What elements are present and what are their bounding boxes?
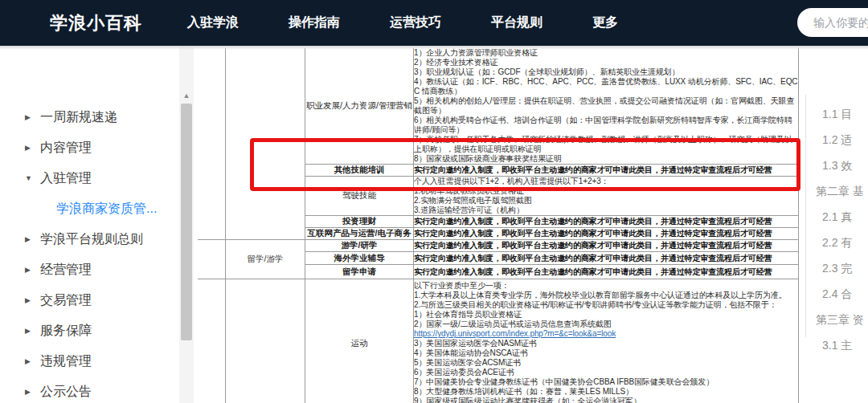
table-cell-category: 职业发展/人力资源/管理营销 [305,48,414,165]
toc-section[interactable]: 3.1 主 [806,337,868,353]
sidebar-subitem[interactable]: 学浪商家资质管... [0,193,179,224]
requirement-line: 5）美国运动医学会ACSM证书 [414,358,798,368]
sidebar-item-label: 入驻管理 [40,170,92,187]
requirement-line: 实行定向邀约准入制度，即收到平台主动邀约的商家才可申请此类目，并通过特定审查流程… [414,229,798,238]
requirement-line: 实行定向邀约准入制度，即收到平台主动邀约的商家才可申请此类目，并通过特定审查流程… [414,254,798,263]
sidebar-item[interactable]: ▶违规管理 [0,346,179,377]
requirement-line: https://ydydj.univsport.com/index.php?m=… [414,329,798,339]
table-cell-category: 游学/研学 [305,240,414,252]
requirement-line: 6）相关机构受聘合作证书、培训合作证明（如：中国管理科学院创新研究所特聘智库专家… [414,116,798,135]
requirement-line: 2.实物满分驾照或电子版驾照截图 [414,196,798,206]
requirement-line: 3.道路运输经营许可证（机构） [414,206,798,215]
nav-item[interactable]: 平台规则 [491,14,542,31]
chevron-right-icon[interactable]: ▶ [25,144,40,152]
table-cell-requirements: 个人入驻需提供以下1+2，机构入驻需提供以下1+2+3：1.机动车驾驶教练员职业… [414,177,799,216]
search-box[interactable] [797,8,868,37]
chevron-right-icon[interactable]: ▶ [25,388,40,396]
toc-section[interactable]: 1.1 目 [806,106,868,122]
requirement-line: 实行定向邀约准入制度，即收到平台主动邀约的商家才可申请此类目，并通过特定审查流程… [414,165,798,175]
chevron-right-icon[interactable]: ▶ [25,235,40,243]
sidebar-item-label: 经营管理 [40,262,92,279]
chevron-down-icon[interactable]: ▼ [25,174,40,182]
requirement-line: 2）经济专业技术资格证 [414,58,798,67]
toc-section[interactable]: 1.3 效 [806,157,868,173]
requirement-line: 以下行业资质中至少一项： [414,281,798,291]
sidebar-item[interactable]: ▶服务保障 [0,315,179,346]
nav-item[interactable]: 入驻学浪 [187,14,239,31]
sidebar-item[interactable]: ▼入驻管理 [0,163,179,193]
chevron-right-icon[interactable]: ▶ [25,113,40,121]
sidebar-item-label: 学浪平台规则总则 [40,231,143,248]
table-row: 职业发展/人力资源/管理营销1）企业人力资源管理师职业资格证2）经济专业技术资格… [198,48,799,165]
nav-item[interactable]: 更多 [592,14,618,31]
requirement-line: 实行定向邀约准入制度，即收到平台主动邀约的商家才可申请此类目，并通过特定审查流程… [414,267,798,277]
search-input[interactable] [812,15,868,30]
toc-section[interactable]: 2.1 真 [806,209,868,225]
requirement-line: 2）国家一级/二级运动员证书或运动员信息查询系统截图 [414,320,798,329]
sidebar-item[interactable]: ▶公示公告 [0,377,179,403]
sidebar-item-label: 交易管理 [40,292,92,309]
sidebar-item-label: 内容管理 [40,140,92,157]
table-cell-requirements: 1）企业人力资源管理师职业资格证2）经济专业技术资格证3）职业规划认证（如：GC… [414,48,799,165]
table-cell-requirements: 实行定向邀约准入制度，即收到平台主动邀约的商家才可申请此类目，并通过特定审查流程… [414,216,799,228]
table-cell-requirements: 实行定向邀约准入制度，即收到平台主动邀约的商家才可申请此类目，并通过特定审查流程… [414,228,799,240]
scroll-up-icon[interactable]: ▲ [179,90,194,101]
top-navbar: 学浪小百科 入驻学浪操作指南运营技巧平台规则更多 [0,0,868,46]
requirement-line: 4）教练认证（如：ICF、RBC、HCC、APC、PCC、盖洛普优势教练、LUX… [414,77,798,96]
table-cell-category: 互联网产品与运营/电子商务 [305,228,414,240]
app-logo[interactable]: 学浪小百科 [50,11,142,35]
sidebar-scrollbar[interactable]: ▲ [179,46,194,403]
table-cell-requirements: 实行定向邀约准入制度，即收到平台主动邀约的商家才可申请此类目，并通过特定审查流程… [414,252,799,265]
table-row: 运动以下行业资质中至少一项：1.大学本科及以上体育类专业学历，海外院校毕业以教育… [198,279,799,403]
chevron-right-icon[interactable]: ▶ [25,296,40,304]
external-link[interactable]: https://ydydj.univsport.com/index.php?m=… [414,329,616,338]
chevron-right-icon[interactable]: ▶ [25,266,40,274]
requirement-line: 3）职业规划认证（如：GCDF（全球职业规划师）、新精英职业生涯规划） [414,67,798,77]
requirement-line: 1）社会体育指导员职业资格证 [414,310,798,320]
toc-section[interactable]: 2.3 完 [806,260,868,276]
table-cell-category: 留学申请 [305,265,414,279]
table-cell-clipped-column [198,48,226,240]
requirement-line: 8）大型健身教练培训机构证书（如：赛普，莱美LES MILLS） [414,387,798,397]
table-cell-category: 运动 [305,279,414,403]
requirement-line: 实行定向邀约准入制度，即收到平台主动邀约的商家才可申请此类目，并通过特定审查流程… [414,217,798,226]
sidebar-item-label: 一周新规速递 [40,109,117,126]
scrollbar-thumb[interactable] [181,104,192,340]
table-cell-category: 投资理财 [305,216,414,228]
nav-item[interactable]: 运营技巧 [390,14,441,31]
chevron-right-icon[interactable]: ▶ [25,357,40,365]
table-cell-group [226,279,305,403]
table-cell-requirements: 实行定向邀约准入制度，即收到平台主动邀约的商家才可申请此类目，并通过特定审查流程… [414,240,799,252]
chevron-right-icon[interactable]: ▶ [25,327,40,335]
qualification-table: 职业发展/人力资源/管理营销1）企业人力资源管理师职业资格证2）经济专业技术资格… [198,48,799,403]
sidebar-item-label: 公示公告 [40,384,92,401]
sidebar-item[interactable]: ▶交易管理 [0,285,179,315]
sidebar-item-label: 服务保障 [40,323,92,340]
sidebar-item[interactable]: ▶学浪平台规则总则 [0,224,179,254]
toc-section[interactable]: 2.2 有 [806,234,868,250]
requirement-line: 5）相关机构的创始人/管理层：提供在职证明、营业执照，或提交公司融资情况证明（如… [414,96,798,116]
sidebar-item-label: 违规管理 [40,353,92,370]
table-row: 留学/游学游学/研学实行定向邀约准入制度，即收到平台主动邀约的商家才可申请此类目… [198,240,799,252]
toc-section[interactable]: 1.2 适 [806,132,868,148]
requirement-line: 8）国家级或国际级商业赛事获奖结果证明 [414,154,798,164]
toc-chapter[interactable]: 第三章 资 [806,311,868,328]
nav-menu: 入驻学浪操作指南运营技巧平台规则更多 [187,14,618,31]
table-cell-requirements: 实行定向邀约准入制度，即收到平台主动邀约的商家才可申请此类目，并通过特定审查流程… [414,165,799,177]
table-cell-group: 留学/游学 [226,240,305,279]
table-cell-requirements: 实行定向邀约准入制度，即收到平台主动邀约的商家才可申请此类目，并通过特定审查流程… [414,265,799,279]
table-cell-group [226,48,305,240]
requirement-line: 6）美国运动委员会ACE证书 [414,368,798,377]
requirement-line: 7）中国健美协会专业健身教练证书（中国健美协会CBBA IFBB国际健美联合会颁… [414,377,798,387]
sidebar-item[interactable]: ▶一周新规速递 [0,102,179,132]
nav-item[interactable]: 操作指南 [289,14,340,31]
table-cell-category: 其他技能培训 [305,165,414,177]
requirement-line: 实行定向邀约准入制度，即收到平台主动邀约的商家才可申请此类目，并通过特定审查流程… [414,241,798,250]
sidebar-list: ▶一周新规速递▶内容管理▼入驻管理学浪商家资质管...▶学浪平台规则总则▶经营管… [0,102,179,403]
sidebar-item[interactable]: ▶内容管理 [0,132,179,163]
sidebar-item[interactable]: ▶经营管理 [0,254,179,285]
main-content: 职业发展/人力资源/管理营销1）企业人力资源管理师职业资格证2）经济专业技术资格… [194,46,805,403]
toc-chapter[interactable]: 第二章 基 [806,183,868,199]
toc-section[interactable]: 2.4 合 [806,286,868,302]
toc-panel: 1.1 目1.2 适1.3 效第二章 基2.1 真2.2 有2.3 完2.4 合… [805,95,868,337]
